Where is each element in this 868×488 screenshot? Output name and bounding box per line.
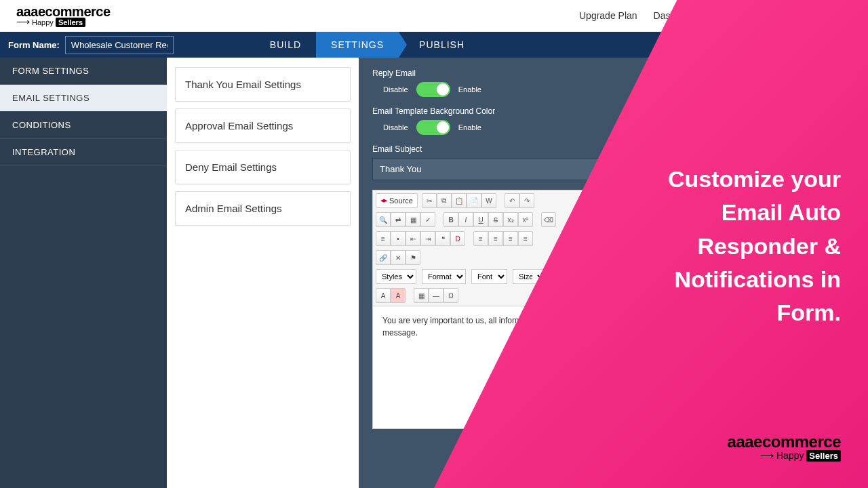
- card-admin[interactable]: Admin Email Settings: [175, 191, 351, 226]
- find-icon[interactable]: 🔍: [376, 212, 391, 227]
- sidebar-conditions[interactable]: CONDITIONS: [0, 112, 167, 139]
- reply-email-toggle[interactable]: [416, 82, 450, 97]
- strike-icon[interactable]: S̶: [488, 212, 503, 227]
- paste-word-icon[interactable]: W: [481, 193, 496, 208]
- subscript-icon[interactable]: x₂: [503, 212, 518, 227]
- sidebar-email-settings[interactable]: EMAIL SETTINGS: [0, 85, 167, 112]
- tab-settings[interactable]: SETTINGS: [316, 32, 399, 58]
- select-all-icon[interactable]: ▦: [406, 212, 420, 227]
- card-thank-you[interactable]: Thank You Email Settings: [175, 67, 351, 102]
- undo-icon[interactable]: ↶: [505, 193, 519, 208]
- sidebar-integration[interactable]: INTEGRATION: [0, 139, 167, 166]
- sidebar: FORM SETTINGS EMAIL SETTINGS CONDITIONS …: [0, 58, 167, 488]
- card-deny[interactable]: Deny Email Settings: [175, 150, 351, 184]
- link-icon[interactable]: 🔗: [376, 250, 391, 265]
- form-name-input[interactable]: [65, 36, 174, 54]
- paste-text-icon[interactable]: 📄: [467, 193, 481, 208]
- paste-icon[interactable]: 📋: [452, 193, 467, 208]
- unlink-icon[interactable]: ✕: [391, 250, 406, 265]
- styles-select[interactable]: Styles: [376, 269, 416, 284]
- logo: aaaecommerce ⟶ Happy Sellers: [16, 5, 111, 26]
- align-right-icon[interactable]: ≡: [503, 231, 518, 246]
- numbered-list-icon[interactable]: ≡: [376, 231, 391, 246]
- special-char-icon[interactable]: Ω: [443, 288, 458, 303]
- bullet-list-icon[interactable]: •: [391, 231, 406, 246]
- hr-icon[interactable]: —: [429, 288, 443, 303]
- replace-icon[interactable]: ⇄: [391, 212, 406, 227]
- card-approval[interactable]: Approval Email Settings: [175, 108, 351, 143]
- text-color-icon[interactable]: A: [376, 288, 391, 303]
- copy-icon[interactable]: ⧉: [437, 193, 452, 208]
- promo-logo: aaaecommerce ⟶ Happy Sellers: [728, 432, 841, 461]
- form-name-label: Form Name:: [8, 40, 60, 50]
- align-justify-icon[interactable]: ≡: [518, 231, 533, 246]
- tab-publish[interactable]: PUBLISH: [399, 32, 479, 58]
- spell-icon[interactable]: ✓: [420, 212, 435, 227]
- superscript-icon[interactable]: x²: [518, 212, 533, 227]
- promo-headline: Customize your Email Auto Responder & No…: [668, 163, 841, 329]
- div-icon[interactable]: D: [450, 231, 465, 246]
- email-settings-list: Thank You Email Settings Approval Email …: [167, 58, 359, 488]
- italic-icon[interactable]: I: [458, 212, 473, 227]
- source-button[interactable]: Source: [376, 193, 418, 208]
- indent-icon[interactable]: ⇥: [420, 231, 435, 246]
- bold-icon[interactable]: B: [443, 212, 458, 227]
- format-select[interactable]: Format: [422, 269, 466, 284]
- bg-color-icon[interactable]: A: [391, 288, 406, 303]
- anchor-icon[interactable]: ⚑: [406, 250, 420, 265]
- sidebar-form-settings[interactable]: FORM SETTINGS: [0, 58, 167, 85]
- underline-icon[interactable]: U: [473, 212, 488, 227]
- table-icon[interactable]: ▦: [414, 288, 429, 303]
- remove-format-icon[interactable]: ⌫: [541, 212, 556, 227]
- blockquote-icon[interactable]: ❝: [435, 231, 450, 246]
- align-center-icon[interactable]: ≡: [488, 231, 503, 246]
- redo-icon[interactable]: ↷: [519, 193, 534, 208]
- align-left-icon[interactable]: ≡: [473, 231, 488, 246]
- cut-icon[interactable]: ✂: [422, 193, 437, 208]
- nav-upgrade[interactable]: Upgrade Plan: [579, 10, 637, 21]
- outdent-icon[interactable]: ⇤: [406, 231, 420, 246]
- font-select[interactable]: Font: [471, 269, 507, 284]
- bg-color-toggle[interactable]: [416, 120, 450, 135]
- tab-build[interactable]: BUILD: [255, 32, 316, 58]
